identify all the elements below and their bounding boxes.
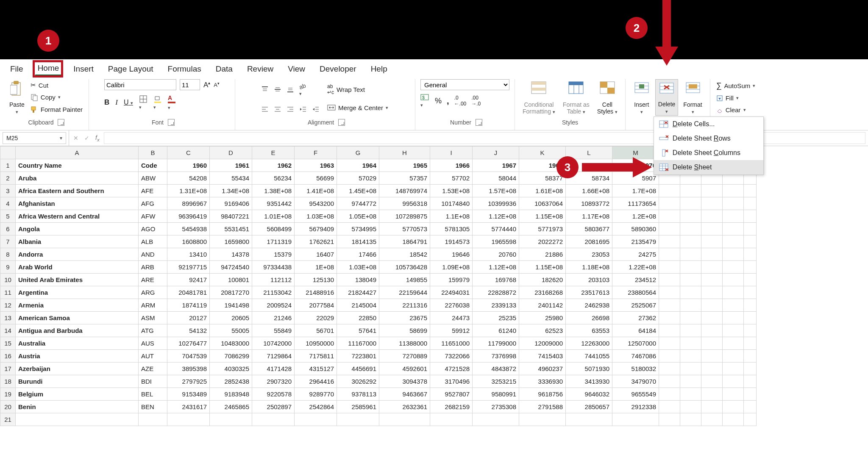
delete-cells-button[interactable]: Delete▾	[655, 79, 678, 116]
tab-page-layout[interactable]: Page Layout	[106, 63, 156, 75]
cell-I16[interactable]: 7322066	[430, 350, 473, 363]
cell-J6[interactable]: 5774440	[473, 223, 519, 235]
cell-M10[interactable]: 234512	[612, 274, 659, 286]
cell-E19[interactable]: 9220578	[252, 388, 295, 401]
cell-G16[interactable]: 7223801	[337, 350, 379, 363]
cell-O7[interactable]	[680, 235, 701, 248]
cell-K3[interactable]: 1.61E+08	[519, 185, 566, 197]
cell-E1[interactable]: 1962	[252, 159, 295, 172]
cell-I9[interactable]: 1.09E+08	[430, 261, 473, 274]
cell-I6[interactable]: 5781305	[430, 223, 473, 235]
cell-O16[interactable]	[680, 350, 701, 363]
cell-N6[interactable]	[659, 223, 680, 235]
cell-L11[interactable]: 23517613	[566, 286, 612, 299]
orientation-icon[interactable]: ab▾	[299, 82, 308, 97]
cell-O3[interactable]	[680, 185, 701, 197]
cell-P18[interactable]	[701, 375, 723, 388]
menu-delete-columns[interactable]: Delete Sheet Columns	[654, 146, 763, 160]
cell-A19[interactable]: Belgium	[16, 388, 139, 401]
cell-R3[interactable]	[744, 185, 757, 197]
cell-R7[interactable]	[744, 235, 757, 248]
enter-formula-icon[interactable]: ✓	[84, 135, 89, 141]
cell-G20[interactable]: 2585961	[337, 401, 379, 413]
cell-N18[interactable]	[659, 375, 680, 388]
cell-O17[interactable]	[680, 363, 701, 375]
cell-E6[interactable]: 5608499	[252, 223, 295, 235]
cell-G13[interactable]: 22850	[337, 312, 379, 324]
cell-N15[interactable]	[659, 337, 680, 350]
cancel-formula-icon[interactable]: ✕	[73, 135, 78, 141]
format-as-table-button[interactable]: Format as Table ▾	[560, 79, 592, 116]
cell-J2[interactable]: 58044	[473, 172, 519, 185]
clipboard-launcher-icon[interactable]	[58, 119, 64, 126]
cell-L17[interactable]: 5071930	[566, 363, 612, 375]
align-right-icon[interactable]	[287, 105, 294, 113]
cell-B19[interactable]: BEL	[139, 388, 167, 401]
cell-G15[interactable]: 11167000	[337, 337, 379, 350]
cell-D2[interactable]: 55434	[210, 172, 252, 185]
row-header-3[interactable]: 3	[0, 185, 16, 197]
cell-H8[interactable]: 18542	[379, 248, 430, 261]
row-header-15[interactable]: 15	[0, 337, 16, 350]
cell-M7[interactable]: 2135479	[612, 235, 659, 248]
cell-J18[interactable]: 3253215	[473, 375, 519, 388]
cell-H4[interactable]: 9956318	[379, 197, 430, 210]
cell-A2[interactable]: Aruba	[16, 172, 139, 185]
cell-L9[interactable]: 1.18E+08	[566, 261, 612, 274]
tab-help[interactable]: Help	[368, 63, 390, 75]
cell-R16[interactable]	[744, 350, 757, 363]
copy-button[interactable]: Copy ▾	[30, 93, 83, 102]
tab-insert[interactable]: Insert	[71, 63, 96, 75]
cell-G2[interactable]: 57029	[337, 172, 379, 185]
fill-button[interactable]: Fill ▾	[715, 94, 757, 102]
percent-icon[interactable]: %	[435, 97, 442, 105]
cell-Q20[interactable]	[723, 401, 744, 413]
cell-R9[interactable]	[744, 261, 757, 274]
cell-P16[interactable]	[701, 350, 723, 363]
cell-K15[interactable]: 12009000	[519, 337, 566, 350]
cell-B11[interactable]: ARG	[139, 286, 167, 299]
underline-button[interactable]: U ▾	[124, 99, 133, 106]
name-box[interactable]: M25▾	[3, 132, 66, 144]
cell-L8[interactable]: 23053	[566, 248, 612, 261]
cell-L16[interactable]: 7441055	[566, 350, 612, 363]
cell-Q10[interactable]	[723, 274, 744, 286]
cell-Q12[interactable]	[723, 299, 744, 312]
col-header-G[interactable]: G	[337, 147, 379, 159]
cell-C2[interactable]: 54208	[167, 172, 210, 185]
cell-O20[interactable]	[680, 401, 701, 413]
cell-O10[interactable]	[680, 274, 701, 286]
cell-A16[interactable]: Austria	[16, 350, 139, 363]
row-header-17[interactable]: 17	[0, 363, 16, 375]
bold-button[interactable]: B	[104, 98, 109, 107]
cell-D21[interactable]	[210, 413, 252, 426]
cell-D10[interactable]: 100801	[210, 274, 252, 286]
row-header-14[interactable]: 14	[0, 324, 16, 337]
cell-P21[interactable]	[701, 413, 723, 426]
cell-H7[interactable]: 1864791	[379, 235, 430, 248]
alignment-launcher-icon[interactable]	[338, 119, 345, 126]
cell-H6[interactable]: 5770573	[379, 223, 430, 235]
cell-N11[interactable]	[659, 286, 680, 299]
cell-F10[interactable]: 125130	[295, 274, 337, 286]
cell-D18[interactable]: 2852438	[210, 375, 252, 388]
cell-P5[interactable]	[701, 210, 723, 223]
cell-F5[interactable]: 1.03E+08	[295, 210, 337, 223]
increase-decimal-icon[interactable]: .0←.00	[454, 95, 467, 107]
cell-A20[interactable]: Benin	[16, 401, 139, 413]
cell-L12[interactable]: 2462938	[566, 299, 612, 312]
cell-F11[interactable]: 21488916	[295, 286, 337, 299]
col-header-F[interactable]: F	[295, 147, 337, 159]
tab-formulas[interactable]: Formulas	[165, 63, 204, 75]
cell-K17[interactable]: 4960237	[519, 363, 566, 375]
cell-H20[interactable]: 2632361	[379, 401, 430, 413]
cell-M14[interactable]: 64184	[612, 324, 659, 337]
cell-B4[interactable]: AFG	[139, 197, 167, 210]
cell-D17[interactable]: 4030325	[210, 363, 252, 375]
cell-G4[interactable]: 9744772	[337, 197, 379, 210]
cell-K7[interactable]: 2022272	[519, 235, 566, 248]
font-name-select[interactable]	[104, 79, 176, 90]
cell-A13[interactable]: American Samoa	[16, 312, 139, 324]
cell-O15[interactable]	[680, 337, 701, 350]
cell-R14[interactable]	[744, 324, 757, 337]
